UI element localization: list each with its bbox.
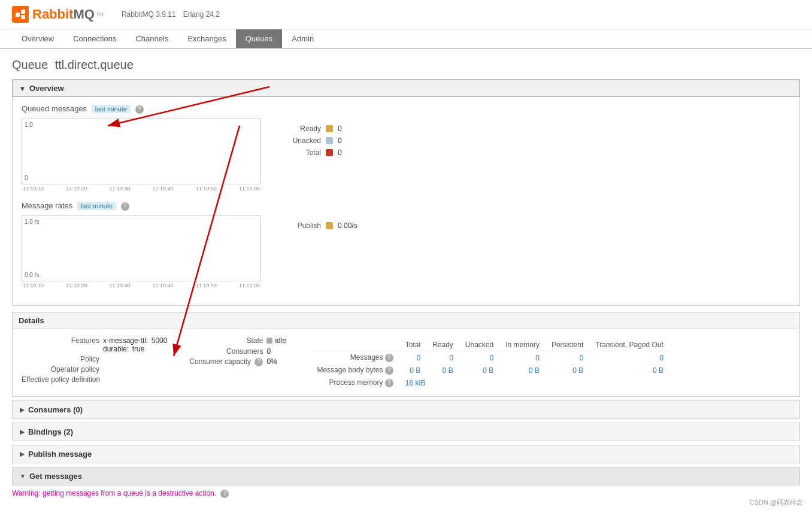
- legend-ready: Ready 0: [279, 125, 342, 133]
- rates-chart-row: 1.0 /s 0.0 /s 11:10:10 11:10:20 11:10:30…: [22, 215, 790, 289]
- stats-th-total: Total: [399, 339, 426, 351]
- rates-badge: last minute: [77, 202, 116, 210]
- details-section: Details Features x-message-ttl: 5000 dur…: [12, 312, 800, 397]
- features-label: Features: [22, 336, 99, 353]
- legend-total-dot: [326, 149, 333, 156]
- overview-section-header[interactable]: ▼ Overview: [13, 80, 799, 97]
- details-header[interactable]: Details: [13, 312, 799, 329]
- warning-text: Warning: getting messages from a queue i…: [12, 489, 800, 498]
- stats-messages-ready: 0: [426, 351, 459, 365]
- watermark: CSDN @码农碎念: [750, 498, 803, 507]
- bindings-header[interactable]: ▶ Bindings (2): [13, 423, 799, 441]
- legend-ready-value: 0: [338, 125, 342, 133]
- nav-exchanges[interactable]: Exchanges: [178, 29, 235, 48]
- rates-x-labels: 11:10:10 11:10:20 11:10:30 11:10:40 11:1…: [22, 283, 261, 289]
- body-bytes-help-icon[interactable]: ?: [385, 366, 393, 375]
- legend-publish-value: 0.00/s: [338, 221, 357, 230]
- get-section: ▼ Get messages: [12, 467, 800, 485]
- process-memory-help-icon[interactable]: ?: [385, 379, 393, 387]
- rates-legend: Publish 0.00/s: [279, 221, 357, 230]
- chart-y-max: 1.0: [25, 122, 33, 128]
- logo-icon: [12, 6, 29, 23]
- effective-policy-label: Effective policy definition: [22, 375, 100, 384]
- legend-total: Total 0: [279, 148, 342, 157]
- nav-queues[interactable]: Queues: [236, 29, 283, 48]
- legend-unacked-value: 0: [338, 136, 342, 145]
- warning-help-icon[interactable]: ?: [220, 490, 229, 498]
- stats-process-memory-value: 16 kiB: [399, 377, 669, 389]
- svg-rect-0: [16, 13, 20, 17]
- chart-y-min: 0: [25, 175, 28, 181]
- stats-label-body-bytes: Message body bytes ?: [311, 364, 399, 377]
- bindings-label: Bindings (2): [28, 427, 73, 436]
- legend-total-label: Total: [279, 148, 321, 157]
- stats-messages-inmemory: 0: [499, 351, 546, 365]
- stats-row-process-memory: Process memory ? 16 kiB: [311, 377, 669, 389]
- legend-unacked: Unacked 0: [279, 136, 342, 145]
- rates-help-icon[interactable]: ?: [121, 202, 129, 211]
- legend-unacked-label: Unacked: [279, 136, 321, 145]
- queue-name: ttl.direct.queue: [55, 58, 134, 71]
- nav-channels[interactable]: Channels: [126, 29, 178, 48]
- legend-ready-dot: [326, 125, 333, 132]
- consumer-capacity-row: Consumer capacity ? 0%: [185, 357, 293, 366]
- legend-publish-label: Publish: [279, 221, 321, 230]
- stats-bytes-transient: 0 B: [589, 364, 669, 377]
- nav-admin[interactable]: Admin: [282, 29, 323, 48]
- consumers-tri: ▶: [20, 406, 25, 413]
- nav-connections[interactable]: Connections: [63, 29, 126, 48]
- op-policy-row: Operator policy: [22, 365, 167, 374]
- queued-x-labels: 11:10:10 11:10:20 11:10:30 11:10:40 11:1…: [22, 186, 261, 192]
- logo-mq: MQ: [73, 7, 94, 22]
- bindings-section: ▶ Bindings (2): [12, 423, 800, 441]
- publish-label: Publish message: [28, 450, 92, 459]
- svg-rect-2: [21, 15, 25, 19]
- consumer-capacity-help[interactable]: ?: [254, 358, 263, 366]
- legend-publish-dot: [326, 222, 333, 229]
- erlang-version: Erlang 24.2: [183, 10, 220, 19]
- consumers-header[interactable]: ▶ Consumers (0): [13, 401, 799, 418]
- svg-rect-1: [21, 10, 25, 14]
- stats-bytes-total: 0 B: [399, 364, 426, 377]
- stats-table: Total Ready Unacked In memory Persistent…: [311, 339, 669, 389]
- details-layout: Features x-message-ttl: 5000 durable: tr…: [22, 336, 790, 389]
- stats-row-messages: Messages ? 0 0 0 0 0 0: [311, 351, 669, 365]
- consumers-section: ▶ Consumers (0): [12, 400, 800, 419]
- messages-help-icon[interactable]: ?: [385, 354, 393, 362]
- overview-label: Overview: [29, 84, 64, 93]
- features-value: x-message-ttl: 5000 durable: true: [103, 336, 167, 353]
- rabbitmq-version: RabbitMQ 3.9.11: [122, 10, 176, 19]
- nav-overview[interactable]: Overview: [12, 29, 63, 48]
- legend-ready-label: Ready: [279, 125, 321, 133]
- policy-row: Policy: [22, 355, 167, 363]
- consumer-capacity-value: 0%: [266, 357, 277, 366]
- stats-row-body-bytes: Message body bytes ? 0 B 0 B 0 B 0 B 0 B…: [311, 364, 669, 377]
- rates-chart: 1.0 /s 0.0 /s: [22, 215, 261, 281]
- stats-th-transient: Transient, Paged Out: [589, 339, 669, 351]
- get-header[interactable]: ▼ Get messages: [13, 468, 799, 485]
- legend-publish: Publish 0.00/s: [279, 221, 357, 230]
- logo: RabbitMQTM: [12, 6, 104, 23]
- queued-help-icon[interactable]: ?: [135, 105, 144, 114]
- details-left: Features x-message-ttl: 5000 durable: tr…: [22, 336, 167, 389]
- page-title: Queue ttl.direct.queue: [12, 58, 800, 72]
- logo-tm: TM: [96, 11, 104, 17]
- queued-chart-wrapper: 1.0 0 11:10:10 11:10:20 11:10:30 11:10:4…: [22, 119, 279, 192]
- bindings-tri: ▶: [20, 429, 25, 435]
- eff-policy-row: Effective policy definition: [22, 375, 167, 384]
- top-bar: RabbitMQTM RabbitMQ 3.9.11 Erlang 24.2: [0, 0, 812, 29]
- details-body: Features x-message-ttl: 5000 durable: tr…: [13, 329, 799, 396]
- queued-badge: last minute: [92, 105, 131, 113]
- stats-bytes-unacked: 0 B: [459, 364, 499, 377]
- stats-th-persistent: Persistent: [546, 339, 589, 351]
- stats-messages-unacked: 0: [459, 351, 499, 365]
- legend-total-value: 0: [338, 148, 342, 157]
- stats-bytes-persistent: 0 B: [546, 364, 589, 377]
- message-rates-label: Message rates last minute ?: [22, 201, 790, 211]
- get-tri: ▼: [20, 473, 26, 479]
- overview-arrow: ▼: [19, 85, 26, 92]
- operator-policy-label: Operator policy: [22, 365, 99, 374]
- publish-header[interactable]: ▶ Publish message: [13, 445, 799, 463]
- state-row: State idle: [185, 336, 293, 345]
- stats-label-messages: Messages ?: [311, 351, 399, 365]
